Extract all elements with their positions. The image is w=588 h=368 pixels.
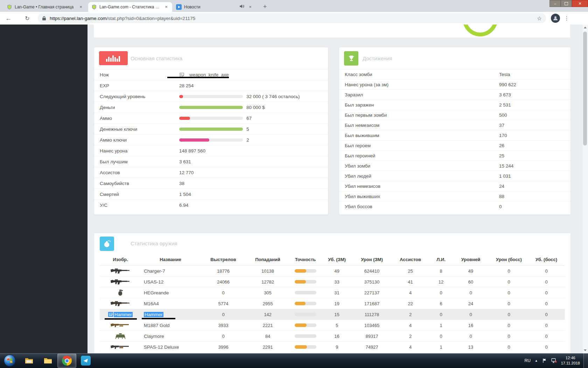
stat-label: Денежные ключи	[100, 127, 179, 132]
weapon-kills-zm: 15	[322, 309, 352, 320]
chrome-button[interactable]	[57, 354, 76, 368]
weapon-damage-boss: 0	[488, 266, 530, 276]
stat-value: 6.94	[179, 203, 188, 208]
back-button[interactable]: ←	[4, 13, 13, 23]
weapons-table: Изобр.НазваниеВыстреловПопаданийТочность…	[94, 253, 570, 353]
weapons-column-header: Ассистов	[392, 253, 429, 265]
close-button[interactable]: ✕	[572, 0, 588, 7]
tab-close-icon[interactable]: ×	[247, 4, 253, 10]
weapon-assists: 4	[392, 287, 429, 298]
tab-title: Новости	[184, 5, 237, 9]
url-text: https://panel.lan-game.com/stat.php?sid=…	[50, 16, 537, 21]
weapon-image	[100, 287, 141, 298]
address-bar[interactable]: https://panel.lan-game.com/stat.php?sid=…	[38, 13, 546, 23]
weapon-kills-zm: 9	[322, 342, 352, 352]
clock-date: 17.11.2018	[561, 361, 580, 365]
network-status-icon[interactable]	[551, 358, 557, 363]
stat-value: 148 897 560	[179, 148, 205, 154]
weapon-image	[100, 342, 141, 352]
weapon-kills-boss: 0	[530, 342, 563, 352]
messenger-button[interactable]	[76, 354, 95, 368]
achievement-label: Был заражен	[345, 102, 499, 108]
achievement-row: Убил боссов0	[339, 202, 570, 212]
tab-title: Lan-Game • Главная страница	[15, 5, 76, 9]
weapon-levels: 0	[453, 287, 488, 298]
weapon-li: 0	[429, 309, 453, 320]
weapon-name: M16A4	[141, 298, 200, 309]
windows-explorer-button[interactable]	[20, 354, 38, 368]
mine-icon	[115, 333, 126, 339]
stat-value: 67	[179, 116, 252, 121]
weapons-column-header: Уб. (босс)	[530, 253, 563, 265]
stat-row: EXP28 254	[94, 80, 328, 91]
main-stats-header: Основная статистика	[94, 47, 328, 69]
stat-row: Следующий уровень32 000 ( 3 746 осталось…	[94, 91, 328, 102]
maximize-button[interactable]	[561, 0, 572, 7]
tab-news[interactable]: Новости ×	[173, 2, 256, 12]
weapon-damage-zm: 227137	[352, 287, 392, 298]
language-indicator[interactable]: RU	[524, 358, 530, 363]
weapon-accuracy	[289, 320, 322, 330]
accuracy-bar	[295, 269, 316, 273]
tab-close-icon[interactable]: ×	[78, 4, 84, 10]
profile-avatar[interactable]	[551, 14, 560, 23]
tab-lan-game-stats[interactable]: Lan-Game.com - Статистика игр... ×	[88, 2, 172, 12]
weapon-levels: 60	[453, 277, 488, 287]
browser-menu-icon[interactable]: ⋮	[562, 14, 571, 23]
stat-row: Нанес урона148 897 560	[94, 145, 328, 156]
weapon-assists: 25	[392, 266, 429, 276]
stat-label: Был лучшим	[100, 159, 179, 164]
progress-bar	[179, 106, 243, 109]
weapon-kills-boss: 0	[530, 287, 563, 298]
minimize-button[interactable]: –	[550, 0, 561, 7]
accuracy-bar	[295, 291, 316, 294]
reload-button[interactable]: ↻	[22, 13, 32, 23]
weapon-li: 6	[429, 298, 453, 309]
lock-icon[interactable]	[42, 16, 46, 21]
bomb-icon	[100, 237, 114, 251]
weapon-hits: 2221	[247, 320, 289, 330]
weapon-levels: 16	[453, 320, 488, 330]
tab-audio-icon[interactable]	[239, 4, 245, 10]
new-tab-button[interactable]: +	[260, 2, 270, 12]
show-hidden-icons[interactable]: ▲	[535, 359, 538, 362]
weapon-levels: 49	[453, 266, 488, 276]
start-button[interactable]	[4, 354, 16, 367]
achievement-row: Был выжившим170	[339, 130, 570, 141]
accuracy-fill	[295, 323, 307, 327]
scrollbar-thumb[interactable]	[583, 32, 587, 145]
url-domain: https://panel.lan-game.com	[50, 16, 107, 21]
weapon-name: Hammer	[141, 309, 200, 320]
stat-row: Деньги80 000 $	[94, 102, 328, 113]
weapons-column-header: Урон (ЗМ)	[352, 253, 392, 265]
scrollbar-down-icon[interactable]	[582, 347, 588, 353]
profile-card-bottom	[94, 25, 570, 38]
folder-button[interactable]	[38, 354, 57, 368]
weapon-accuracy	[289, 266, 322, 276]
annotation-line	[142, 318, 175, 319]
achievement-row: Убил зомби15 244	[339, 161, 570, 171]
weapon-image	[100, 266, 141, 276]
page-scrollbar[interactable]	[582, 25, 588, 353]
achievement-label: Был немезисом	[345, 123, 499, 128]
action-center-flag-icon[interactable]	[542, 358, 547, 363]
taskbar-clock[interactable]: 12:46 17.11.2018	[561, 355, 580, 366]
achievement-label: Убил немезисов	[345, 184, 499, 189]
browser-tab-strip: Lan-Game • Главная страница × Lan-Game.c…	[0, 0, 588, 12]
tab-close-icon[interactable]: ×	[163, 4, 169, 10]
show-desktop-button[interactable]	[583, 353, 588, 368]
weapon-damage-zm: 171687	[352, 298, 392, 309]
weapon-row: USAS-1224066127823337513041126000	[100, 277, 565, 287]
weapon-hits: 2955	[247, 298, 289, 309]
tab-lan-game-home[interactable]: Lan-Game • Главная страница ×	[4, 2, 87, 12]
bookmark-star-icon[interactable]: ☆	[537, 15, 542, 22]
achievement-value: 0	[499, 204, 565, 209]
scrollbar-up-icon[interactable]	[582, 25, 588, 30]
weapon-damage-boss: 0	[488, 287, 530, 298]
stat-label: Самоубийств	[100, 181, 179, 186]
stat-value: weapon_knife_axe	[179, 72, 229, 77]
accuracy-bar	[295, 313, 316, 316]
accuracy-bar	[295, 345, 316, 349]
progress-fill	[179, 95, 183, 98]
stat-value: 3 631	[179, 159, 191, 164]
